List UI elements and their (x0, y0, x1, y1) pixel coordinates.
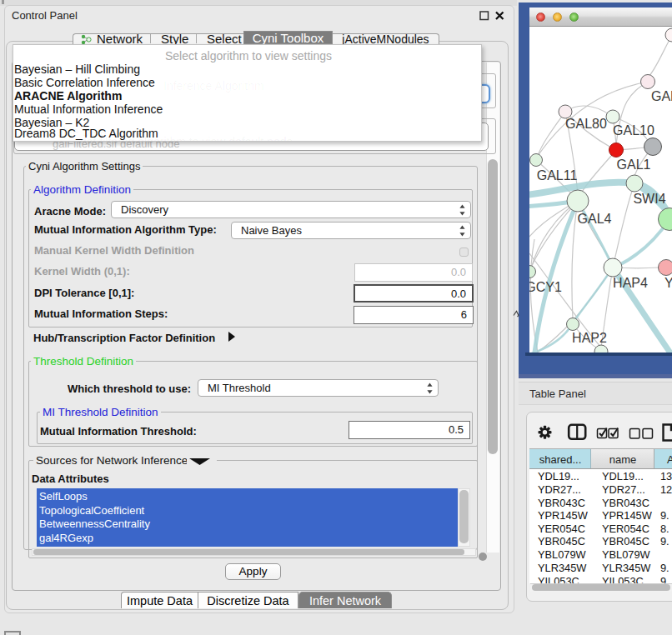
svg-text:GAL11: GAL11 (537, 168, 578, 182)
svg-text:GAL1: GAL1 (617, 158, 651, 172)
svg-text:GCY1: GCY1 (529, 280, 562, 294)
svg-text:HAP2: HAP2 (572, 331, 607, 345)
svg-text:GAL10: GAL10 (613, 123, 654, 138)
svg-text:YE: YE (664, 276, 672, 290)
svg-text:GAL2: GAL2 (651, 89, 672, 103)
svg-text:HAP4: HAP4 (613, 276, 648, 290)
svg-text:GAL4: GAL4 (578, 212, 612, 226)
svg-text:SWI4: SWI4 (633, 192, 665, 206)
svg-text:GAL80: GAL80 (565, 117, 607, 131)
